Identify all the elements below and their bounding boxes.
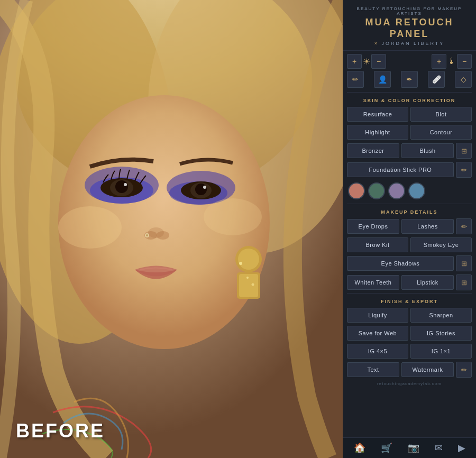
foundation-button[interactable]: Foundation Stick PRO — [347, 162, 454, 177]
person-tool[interactable]: 👤 — [374, 71, 391, 88]
lipstick-grid-icon[interactable]: ⊞ — [456, 274, 472, 290]
email-icon[interactable]: ✉ — [435, 442, 443, 454]
brightness-minus[interactable]: − — [371, 54, 386, 69]
watermark-button[interactable]: Watermark — [401, 362, 454, 377]
swatch-rose[interactable] — [348, 182, 365, 199]
eyedrops-button[interactable]: Eye Drops — [347, 219, 399, 234]
eyeshadows-button[interactable]: Eye Shadows — [347, 256, 454, 271]
svg-point-30 — [252, 283, 254, 286]
highlight-contour-row: Highlight Contour — [343, 123, 476, 141]
eyeshadows-row: Eye Shadows ⊞ — [343, 254, 476, 273]
photo-overlay — [0, 0, 343, 458]
toolbar-row-1: + ☀ − + 🌡 − — [343, 51, 476, 70]
igstories-button[interactable]: IG Stories — [410, 326, 472, 341]
svg-point-21 — [146, 234, 148, 236]
blush-button[interactable]: Blush — [401, 143, 454, 158]
lashes-pencil-icon[interactable]: ✏ — [456, 218, 472, 234]
divider-2 — [347, 204, 472, 204]
thermometer-icon: 🌡 — [447, 57, 456, 66]
resurface-blot-row: Resurface Blot — [343, 105, 476, 123]
main-image: BEFORE — [0, 0, 343, 458]
watermark-pencil-icon[interactable]: ✏ — [456, 362, 472, 378]
svg-rect-27 — [239, 274, 258, 297]
svg-point-12 — [124, 183, 127, 186]
browkit-button[interactable]: Brow Kit — [347, 237, 408, 252]
instagram-icon[interactable]: 📷 — [408, 442, 419, 454]
swatch-teal[interactable] — [368, 182, 385, 199]
panel-subtitle: Beauty Retouching for Makeup Artists — [348, 6, 471, 16]
whitenteeth-button[interactable]: Whiten Teeth — [347, 275, 399, 290]
play-icon[interactable]: ▶ — [458, 442, 465, 454]
brightness-group: + ☀ − — [347, 54, 386, 69]
bronzer-button[interactable]: Bronzer — [347, 143, 399, 158]
home-icon[interactable]: 🏠 — [354, 442, 365, 454]
sharpen-button[interactable]: Sharpen — [410, 308, 472, 323]
heal-tool[interactable]: ✒ — [401, 71, 418, 88]
ig45-ig11-row: IG 4×5 IG 1×1 — [343, 342, 476, 360]
contour-button[interactable]: Contour — [410, 125, 472, 140]
bronzer-blush-row: Bronzer Blush ⊞ — [343, 141, 476, 160]
finish-section-label: Finish & Export — [343, 295, 476, 306]
saveweb-button[interactable]: Save for Web — [347, 326, 408, 341]
eyeshadows-grid-icon[interactable]: ⊞ — [456, 255, 472, 271]
temperature-group: + 🌡 − — [432, 54, 472, 69]
svg-point-28 — [239, 262, 242, 265]
saveweb-igstories-row: Save for Web IG Stories — [343, 324, 476, 342]
brand-name: Jordan Liberty — [381, 41, 444, 46]
website-text: retouchingacademylab.com — [343, 379, 476, 388]
swatch-blue[interactable] — [408, 182, 425, 199]
brightness-plus[interactable]: + — [347, 54, 362, 69]
lipstick-button[interactable]: Lipstick — [401, 275, 454, 290]
temp-plus[interactable]: + — [432, 54, 446, 69]
whitenteeth-lipstick-row: Whiten Teeth Lipstick ⊞ — [343, 273, 476, 292]
cart-icon[interactable]: 🛒 — [381, 442, 392, 454]
highlight-button[interactable]: Highlight — [347, 125, 408, 140]
svg-point-15 — [195, 184, 207, 195]
svg-point-16 — [203, 186, 206, 189]
ig45-button[interactable]: IG 4×5 — [347, 344, 408, 359]
color-swatches — [343, 179, 476, 203]
svg-point-22 — [58, 206, 122, 249]
resurface-button[interactable]: Resurface — [347, 107, 408, 122]
pen-tool[interactable]: ✏ — [347, 71, 364, 88]
brand-x: × — [374, 41, 379, 46]
toolbar-row-2: ✏ 👤 ✒ 🩹 ◇ — [343, 70, 476, 91]
sun-icon: ☀ — [363, 57, 370, 67]
patch-tool[interactable]: 🩹 — [428, 71, 445, 88]
svg-point-23 — [204, 198, 262, 235]
liquify-button[interactable]: Liquify — [347, 308, 408, 323]
panel-header: Beauty Retouching for Makeup Artists MUA… — [343, 0, 476, 51]
eyedrops-lashes-row: Eye Drops Lashes ✏ — [343, 217, 476, 236]
makeup-section-label: Makeup Details — [343, 205, 476, 217]
footer-bar: 🏠 🛒 📷 ✉ ▶ — [343, 437, 476, 458]
divider-3 — [347, 293, 472, 294]
skin-section-label: Skin & Color Correction — [343, 94, 476, 105]
blush-grid-icon[interactable]: ⊞ — [456, 143, 472, 159]
temp-minus[interactable]: − — [457, 54, 472, 69]
ig11-button[interactable]: IG 1×1 — [410, 344, 472, 359]
foundation-row: Foundation Stick PRO ✏ — [343, 160, 476, 179]
foundation-pencil-icon[interactable]: ✏ — [456, 162, 472, 178]
svg-point-25 — [238, 249, 259, 270]
text-watermark-row: Text Watermark ✏ — [343, 360, 476, 379]
blot-button[interactable]: Blot — [410, 107, 472, 122]
svg-point-11 — [115, 180, 128, 193]
text-button[interactable]: Text — [347, 362, 399, 377]
before-label: BEFORE — [16, 420, 105, 442]
swatch-mauve[interactable] — [388, 182, 405, 199]
smokeyeye-button[interactable]: Smokey Eye — [410, 237, 472, 252]
panel-title: MUA Retouch Panel — [348, 17, 471, 40]
panel-brand: × Jordan Liberty — [348, 41, 471, 46]
liquify-sharpen-row: Liquify Sharpen — [343, 306, 476, 324]
svg-point-29 — [246, 277, 249, 279]
right-panel: Beauty Retouching for Makeup Artists MUA… — [343, 0, 476, 458]
browkit-smokeyeye-row: Brow Kit Smokey Eye — [343, 236, 476, 254]
divider-1 — [347, 92, 472, 93]
stamp-tool[interactable]: ◇ — [455, 71, 472, 88]
svg-point-19 — [157, 231, 169, 240]
lashes-button[interactable]: Lashes — [401, 219, 454, 234]
